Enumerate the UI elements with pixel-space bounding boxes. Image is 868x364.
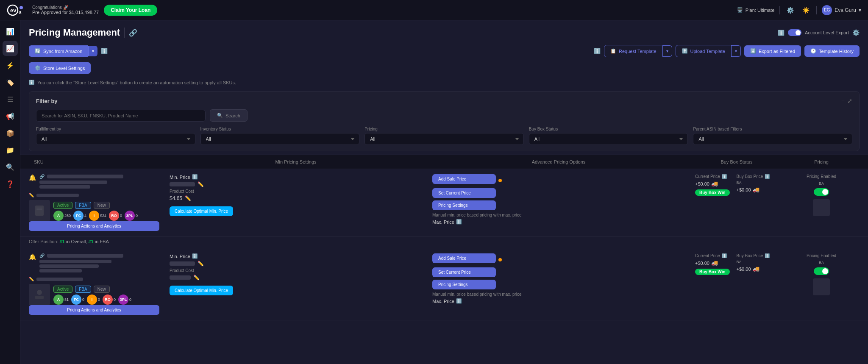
sync-dropdown-button[interactable]: ▾ [88, 46, 97, 56]
sidebar-item-tags[interactable]: 🏷️ [3, 75, 18, 90]
product-edit-icon-2[interactable]: ✏️ [29, 277, 34, 281]
claim-loan-button[interactable]: Claim Your Loan [104, 5, 157, 16]
max-price-info-icon-2[interactable]: ℹ️ [456, 298, 462, 304]
min-price-edit-icon-2[interactable]: ✏️ [198, 261, 204, 267]
page-link-icon[interactable]: 🔗 [129, 29, 137, 37]
add-sale-price-button-2[interactable]: Add Sale Price [432, 253, 496, 263]
request-template-icon: 📋 [610, 48, 616, 54]
sidebar-item-trends[interactable]: 📈 [3, 41, 18, 56]
buy-box-price-label-2: Buy Box Price ℹ️ [737, 253, 770, 258]
filter-fulfillment: Fulfillment by All [36, 127, 195, 145]
sidebar-item-files[interactable]: 📁 [3, 142, 18, 158]
pricing-enabled-label-2: Pricing Enabled [788, 253, 854, 258]
pricing-enabled-toggle-2[interactable] [814, 267, 829, 275]
buy-box-truck-icon: 🚚 [753, 186, 760, 193]
add-sale-price-button[interactable]: Add Sale Price [432, 174, 496, 184]
col-sku: SKU [29, 155, 164, 169]
current-price-label: Current Price ℹ️ [695, 174, 730, 179]
product-cost-value-2 [170, 275, 191, 280]
sidebar-item-help[interactable]: ❓ [3, 176, 18, 192]
filter-collapse-button[interactable]: − [841, 97, 845, 104]
product-cost-edit-icon-2[interactable]: ✏️ [193, 275, 200, 281]
max-price-info-icon[interactable]: ℹ️ [456, 219, 462, 225]
info-bar-icon: ℹ️ [29, 80, 35, 85]
pricing-actions-button[interactable]: Pricing Actions and Analytics [29, 221, 159, 231]
buy-box-win-badge: Buy Box Win [695, 189, 730, 196]
upload-template-btn-group: ⬆️ Upload Template ▾ [676, 45, 741, 57]
buy-box-col: Current Price ℹ️ +$0.00 🚚 Buy Box Win [690, 174, 783, 196]
settings-button[interactable]: ⚙️ [785, 5, 796, 15]
sidebar-item-inventory[interactable]: 📦 [3, 125, 18, 141]
upload-template-button[interactable]: ⬆️ Upload Template [676, 45, 732, 57]
pricing-enabled-label: Pricing Enabled [788, 174, 854, 179]
stat-badge-fc-2: FC [71, 295, 81, 305]
buybox-select[interactable]: All [529, 133, 688, 145]
sidebar-item-chart[interactable]: 📊 [3, 24, 18, 39]
sidebar-item-campaigns[interactable]: 📢 [3, 108, 18, 124]
min-price-label: Min. Price ℹ️ [170, 174, 422, 180]
request-template-dropdown-button[interactable]: ▾ [663, 45, 672, 57]
product-subtitle-3 [39, 260, 111, 263]
filter-pricing: Pricing All [364, 127, 524, 145]
pricing-settings-button-2[interactable]: Pricing Settings [432, 280, 496, 289]
export-settings-icon[interactable]: ⚙️ [852, 29, 860, 36]
pricing-platform-logo-2 [813, 278, 830, 295]
theme-button[interactable]: ☀️ [801, 5, 811, 15]
min-price-info-icon[interactable]: ℹ️ [192, 174, 198, 180]
current-price-info-icon[interactable]: ℹ️ [722, 174, 727, 179]
page-header: Pricing Management 🔗 ℹ️ Account Level Ex… [20, 20, 868, 42]
sync-btn-group: 🔄 Sync from Amazon ▾ [29, 45, 97, 57]
toolbar-info-icon[interactable]: ℹ️ [101, 48, 108, 54]
stat-badge-3pl-2: 3PL [118, 295, 128, 305]
alert-icon-2: 🔔 [29, 253, 36, 260]
calculate-optimal-min-price-button[interactable]: Calculate Optimal Min. Price [170, 206, 233, 216]
sidebar-item-search[interactable]: 🔍 [3, 159, 18, 175]
inventory-select[interactable]: All [200, 133, 360, 145]
set-current-price-button-2[interactable]: Set Current Price [432, 267, 496, 277]
set-current-price-button[interactable]: Set Current Price [432, 188, 496, 198]
pricing-select[interactable]: All [364, 133, 524, 145]
current-price-info-icon-2[interactable]: ℹ️ [722, 253, 727, 258]
sync-from-amazon-button[interactable]: 🔄 Sync from Amazon [29, 45, 88, 57]
export-filtered-button[interactable]: ⬇️ Export as Filtered [744, 45, 801, 57]
svg-rect-4 [35, 206, 44, 216]
user-menu[interactable]: EG Eva Guru ▾ [822, 5, 861, 15]
pricing-settings-button[interactable]: Pricing Settings [432, 200, 496, 210]
buy-box-price-value: +$0.00 🚚 [737, 186, 770, 193]
overall-rank: #1 [60, 239, 65, 244]
stat-a: A 250 [53, 211, 71, 221]
product-title-blurred [47, 175, 123, 178]
pricing-enabled-toggle[interactable] [814, 188, 829, 196]
badge-fba-2: FBA [75, 286, 91, 293]
stat-badge-a: A [53, 211, 64, 221]
alert-icon: 🔔 [29, 174, 36, 181]
app-layout: 📊 📈 ⚡ 🏷️ ☰ 📢 📦 📁 🔍 ❓ Pricing Management … [0, 20, 868, 364]
upload-template-dropdown-button[interactable]: ▾ [732, 45, 741, 57]
search-input[interactable] [36, 110, 206, 122]
calculate-optimal-min-price-button-2[interactable]: Calculate Optimal Min. Price [170, 286, 233, 295]
filter-expand-button[interactable]: ⤢ [847, 97, 852, 104]
product-edit-icon[interactable]: ✏️ [29, 193, 34, 197]
toolbar-right: ℹ️ 📋 Request Template ▾ ⬆️ Upload Templa… [594, 45, 860, 57]
sidebar-item-performance[interactable]: ⚡ [3, 58, 18, 73]
fulfillment-select[interactable]: All [36, 133, 195, 145]
min-price-info-icon-2[interactable]: ℹ️ [192, 253, 198, 259]
external-link-icon[interactable]: 🔗 [39, 174, 45, 179]
search-button[interactable]: 🔍 Search [210, 109, 248, 122]
pricing-actions-button-2[interactable]: Pricing Actions and Analytics [29, 305, 159, 315]
min-price-edit-icon[interactable]: ✏️ [198, 181, 204, 187]
store-level-settings-button[interactable]: ⚙️ Store Level Settings [29, 62, 91, 74]
product-image-row: Active FBA New A 250 FC [29, 200, 159, 221]
buy-box-price-info-icon-2[interactable]: ℹ️ [765, 253, 770, 258]
account-level-export-toggle[interactable] [788, 29, 801, 36]
external-link-icon-2[interactable]: 🔗 [39, 253, 45, 258]
request-template-button[interactable]: 📋 Request Template [604, 45, 662, 57]
sidebar-item-menu[interactable]: ☰ [3, 92, 18, 107]
template-history-button[interactable]: 🕐 Template History [804, 45, 860, 57]
parent-asin-select[interactable]: All [693, 133, 852, 145]
header-info-icon[interactable]: ℹ️ [778, 30, 785, 36]
buy-box-price-info-icon[interactable]: ℹ️ [765, 174, 770, 179]
product-row-inner: 🔔 🔗 ✏️ [29, 174, 860, 231]
product-cost-edit-icon[interactable]: ✏️ [185, 195, 191, 201]
toolbar-right-info-icon[interactable]: ℹ️ [594, 48, 601, 54]
